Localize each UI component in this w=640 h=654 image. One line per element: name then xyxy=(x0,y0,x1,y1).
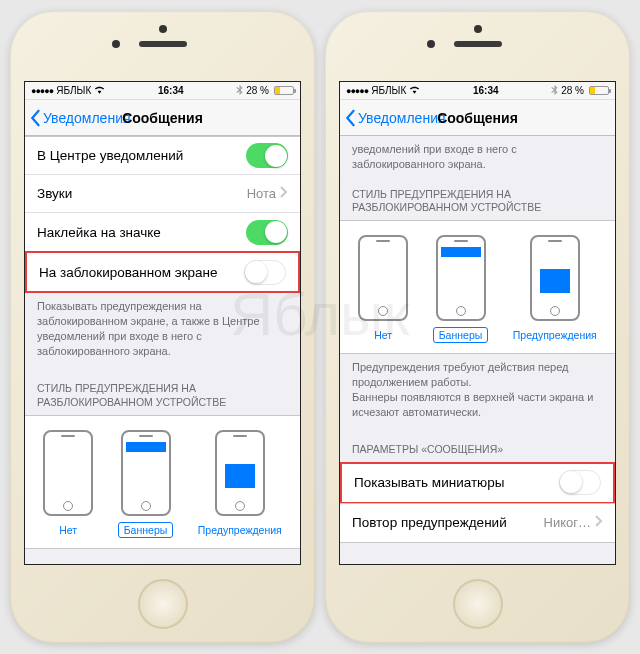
carrier-label: ЯБЛЫК xyxy=(56,85,91,96)
navigation-bar: Уведомления Сообщения xyxy=(25,100,300,136)
toggle-lock-screen[interactable] xyxy=(244,260,286,285)
proximity-sensor xyxy=(159,25,167,33)
style-banners[interactable]: Баннеры xyxy=(118,430,174,538)
style-none[interactable]: Нет xyxy=(358,235,408,343)
toggle-show-previews[interactable] xyxy=(559,470,601,495)
row-show-previews[interactable]: Показывать миниатюры xyxy=(342,464,613,502)
phone-left: ●●●●● ЯБЛЫК 16:34 28 % Уведомления Соо xyxy=(10,11,315,643)
battery-percent: 28 % xyxy=(561,85,584,96)
battery-icon xyxy=(274,86,294,95)
row-sounds[interactable]: Звуки Нота xyxy=(25,175,300,213)
toggle-notification-center[interactable] xyxy=(246,143,288,168)
footer-lock-screen: Показывать предупреждения на заблокирова… xyxy=(25,293,300,368)
front-camera xyxy=(427,40,435,48)
style-label: Баннеры xyxy=(118,522,174,538)
cell-value: Нота xyxy=(247,186,276,201)
chevron-right-icon xyxy=(595,515,603,530)
home-button[interactable] xyxy=(453,579,503,629)
cell-label: Повтор предупреждений xyxy=(352,515,544,530)
alert-style-selector: Нет Баннеры Предупреждения xyxy=(340,220,615,354)
cell-label: В Центре уведомлений xyxy=(37,148,246,163)
style-none[interactable]: Нет xyxy=(43,430,93,538)
phone-right: ●●●●● ЯБЛЫК 16:34 28 % Уведомления Сообщ… xyxy=(325,11,630,643)
back-button[interactable]: Уведомления xyxy=(25,109,131,127)
carrier-label: ЯБЛЫК xyxy=(371,85,406,96)
style-banners[interactable]: Баннеры xyxy=(433,235,489,343)
bluetooth-icon xyxy=(551,85,558,97)
earpiece xyxy=(454,41,502,47)
signal-dots-icon: ●●●●● xyxy=(346,86,368,96)
clock: 16:34 xyxy=(158,85,184,96)
footer-style-desc: Предупреждения требуют действия перед пр… xyxy=(340,354,615,429)
wifi-icon xyxy=(409,85,420,96)
earpiece xyxy=(139,41,187,47)
alert-style-selector: Нет Баннеры Предупреждения xyxy=(25,415,300,549)
row-badge[interactable]: Наклейка на значке xyxy=(25,213,300,251)
style-alerts[interactable]: Предупреждения xyxy=(198,430,282,538)
screen-right: ●●●●● ЯБЛЫК 16:34 28 % Уведомления Сообщ… xyxy=(339,81,616,565)
style-label: Предупреждения xyxy=(513,329,597,341)
style-label: Нет xyxy=(374,329,392,341)
back-label: Уведомления xyxy=(43,110,131,126)
back-label: Уведомления xyxy=(358,110,446,126)
cell-label: На заблокированном экране xyxy=(39,265,244,280)
screen-left: ●●●●● ЯБЛЫК 16:34 28 % Уведомления Соо xyxy=(24,81,301,565)
row-repeat-alerts[interactable]: Повтор предупреждений Никог… xyxy=(340,504,615,542)
footer-partial: уведомлений при входе в него с заблокиро… xyxy=(340,136,615,182)
navigation-bar: Уведомления Сообщения xyxy=(340,100,615,136)
row-notification-center[interactable]: В Центре уведомлений xyxy=(25,137,300,175)
style-alerts[interactable]: Предупреждения xyxy=(513,235,597,343)
status-bar: ●●●●● ЯБЛЫК 16:34 28 % xyxy=(340,82,615,100)
front-camera xyxy=(112,40,120,48)
cell-label: Наклейка на значке xyxy=(37,225,246,240)
proximity-sensor xyxy=(474,25,482,33)
toggle-badge[interactable] xyxy=(246,220,288,245)
status-bar: ●●●●● ЯБЛЫК 16:34 28 % xyxy=(25,82,300,100)
chevron-right-icon xyxy=(280,186,288,201)
style-label: Баннеры xyxy=(433,327,489,343)
clock: 16:34 xyxy=(473,85,499,96)
cell-label: Показывать миниатюры xyxy=(354,475,559,490)
wifi-icon xyxy=(94,85,105,96)
header-alert-style: СТИЛЬ ПРЕДУПРЕЖДЕНИЯ НА РАЗБЛОКИРОВАННОМ… xyxy=(25,368,300,414)
bluetooth-icon xyxy=(236,85,243,97)
cell-value: Никог… xyxy=(544,515,591,530)
signal-dots-icon: ●●●●● xyxy=(31,86,53,96)
home-button[interactable] xyxy=(138,579,188,629)
cell-label: Звуки xyxy=(37,186,247,201)
style-label: Нет xyxy=(59,524,77,536)
row-lock-screen[interactable]: На заблокированном экране xyxy=(27,253,298,291)
header-message-params: ПАРАМЕТРЫ «СООБЩЕНИЯ» xyxy=(340,429,615,462)
battery-percent: 28 % xyxy=(246,85,269,96)
header-alert-style: СТИЛЬ ПРЕДУПРЕЖДЕНИЯ НА РАЗБЛОКИРОВАННОМ… xyxy=(340,182,615,220)
battery-icon xyxy=(589,86,609,95)
back-button[interactable]: Уведомления xyxy=(340,109,446,127)
style-label: Предупреждения xyxy=(198,524,282,536)
